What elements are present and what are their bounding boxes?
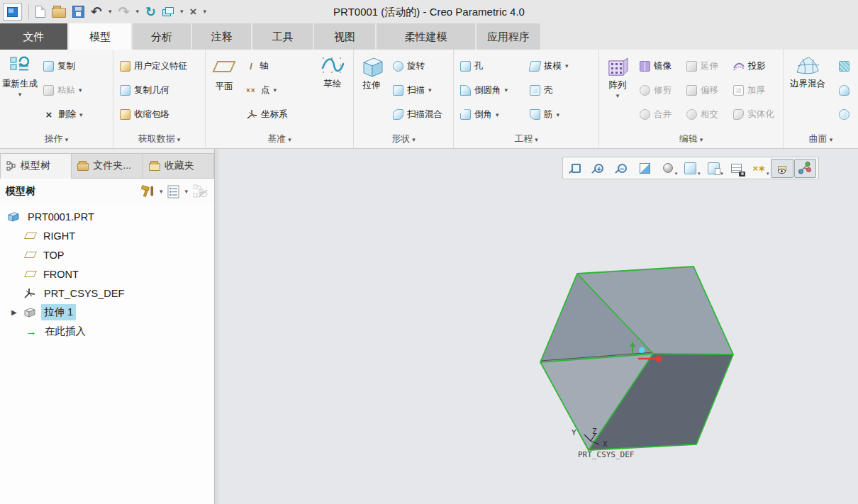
tree-filters-dropdown[interactable]: ▾ — [184, 188, 188, 195]
intersect-button[interactable]: 相交 — [684, 106, 728, 123]
paste-button[interactable]: 粘贴 ▾ — [41, 82, 85, 99]
merge-button[interactable]: 合并 — [637, 106, 681, 123]
redo-dropdown[interactable]: ▾ — [135, 9, 139, 15]
revolve-button[interactable]: 旋转 — [391, 57, 445, 74]
datum-plane-button[interactable]: 平面 — [206, 51, 243, 130]
display-style-button[interactable]: ▾ — [657, 159, 679, 178]
solidify-button[interactable]: 实体化 — [731, 106, 778, 123]
udf-button[interactable]: 用户定义特征 — [118, 57, 189, 74]
tab-applications[interactable]: 应用程序 — [477, 23, 540, 50]
capture-image-button[interactable] — [725, 159, 747, 178]
axis-z-label: Z — [592, 427, 597, 436]
group-label-engineering[interactable]: 工程▾ — [454, 130, 598, 148]
group-label-get-data[interactable]: 获取数据▾ — [113, 130, 205, 148]
fill-surface-icon[interactable] — [839, 61, 849, 72]
tree-item-insert-here[interactable]: → 在此插入 — [0, 322, 214, 341]
shrinkwrap-button[interactable]: 收缩包络 — [118, 106, 189, 123]
repaint-button[interactable] — [634, 159, 656, 178]
tab-folder-browser[interactable]: 文件夹... — [72, 153, 143, 179]
shell-button[interactable]: 壳 — [528, 82, 592, 99]
refit-button[interactable] — [565, 159, 587, 178]
freestyle-icon[interactable] — [839, 109, 849, 120]
tree-item-front[interactable]: FRONT — [0, 264, 214, 284]
tree-item-top[interactable]: TOP — [0, 245, 214, 264]
datum-display-button[interactable]: ×∗▾ — [748, 159, 770, 178]
tab-analysis[interactable]: 分析 — [133, 23, 191, 50]
tab-flexible-modeling[interactable]: 柔性建模 — [377, 23, 475, 50]
datum-axis-button[interactable]: / 轴 — [244, 57, 312, 74]
navigator-tabs: 模型树 文件夹... 收藏夹 — [0, 153, 214, 179]
undo-icon[interactable]: ↶ — [91, 5, 102, 18]
pattern-button[interactable]: 阵列 ▾ — [599, 51, 636, 130]
trim-button[interactable]: 修剪 — [637, 82, 681, 99]
tab-tools[interactable]: 工具 — [252, 23, 313, 50]
thicken-icon — [733, 85, 744, 96]
tree-item-extrude1[interactable]: ▶ 拉伸 1 — [0, 303, 214, 322]
datum-point-button[interactable]: ×× 点 ▾ — [244, 82, 312, 99]
group-label-editing[interactable]: 编辑▾ — [599, 130, 783, 148]
tree-tools-icon[interactable] — [140, 185, 155, 198]
zoom-in-button[interactable]: + — [588, 159, 610, 178]
datum-csys-button[interactable]: 坐标系 — [244, 106, 312, 123]
hole-button[interactable]: 孔 — [458, 57, 525, 74]
sweep-icon — [393, 85, 403, 96]
tab-favorites[interactable]: 收藏夹 — [143, 153, 214, 179]
tree-tools-dropdown[interactable]: ▾ — [160, 188, 163, 195]
new-file-icon[interactable] — [35, 6, 45, 18]
saved-orientations-button[interactable]: ▾ — [679, 159, 701, 178]
expander-icon[interactable]: ▶ — [11, 308, 18, 316]
redo-icon[interactable]: ↷ — [118, 5, 129, 18]
project-button[interactable]: 投影 — [731, 57, 778, 74]
sweep-button[interactable]: 扫描 ▾ — [391, 82, 445, 99]
regenerate-button[interactable]: 重新生成 ▾ — [0, 51, 40, 130]
tab-model-tree[interactable]: 模型树 — [0, 153, 72, 179]
delete-button[interactable]: × 删除 ▾ — [41, 106, 85, 123]
rib-button[interactable]: 筋 ▾ — [528, 106, 592, 123]
extrude-button[interactable]: 拉伸 — [354, 51, 389, 130]
chamfer-button[interactable]: 倒角 ▾ — [458, 106, 525, 123]
boundary-blend-button[interactable]: 边界混合 — [784, 51, 832, 130]
copy-geometry-button[interactable]: 复制几何 — [118, 82, 189, 99]
round-button[interactable]: 倒圆角 ▾ — [458, 82, 525, 99]
view-manager-button[interactable]: ▾ — [703, 159, 725, 178]
copy-button[interactable]: 复制 — [41, 57, 85, 74]
group-label-operations[interactable]: 操作▾ — [0, 130, 113, 148]
extend-button[interactable]: 延伸 — [684, 57, 728, 74]
mirror-button[interactable]: 镜像 — [637, 57, 681, 74]
tree-item-right[interactable]: RIGHT — [0, 226, 214, 245]
regenerate-dropdown[interactable]: ▾ — [18, 91, 22, 98]
graphics-area[interactable]: Y Z X PRT_CSYS_DEF + − ▾ ▾ ▾ ×∗▾ — [221, 149, 858, 504]
save-icon[interactable] — [72, 6, 84, 18]
sketch-button[interactable]: 草绘 — [313, 51, 352, 130]
style-surface-icon[interactable] — [839, 85, 849, 96]
tab-view[interactable]: 视图 — [314, 23, 375, 50]
offset-button[interactable]: 偏移 — [684, 82, 728, 99]
group-label-datum[interactable]: 基准▾ — [206, 130, 353, 148]
show-tree-icon — [193, 184, 208, 198]
open-file-icon[interactable] — [52, 8, 66, 18]
tree-item-part[interactable]: PRT0001.PRT — [0, 207, 214, 226]
datum-plane-icon — [24, 233, 37, 239]
spin-center-button[interactable] — [794, 159, 816, 178]
tab-model[interactable]: 模型 — [69, 23, 131, 50]
group-label-shapes[interactable]: 形状▾ — [354, 130, 453, 148]
panel-resize-sash[interactable] — [215, 149, 221, 504]
tree-item-csys[interactable]: PRT_CSYS_DEF — [0, 284, 214, 303]
model-extrude1[interactable] — [540, 267, 733, 450]
draft-button[interactable]: 拔模 ▾ — [528, 57, 592, 74]
annotation-display-button[interactable] — [771, 159, 793, 178]
pattern-dropdown[interactable]: ▾ — [616, 92, 620, 99]
group-label-surfaces[interactable]: 曲面▾ — [784, 130, 858, 148]
zoom-out-button[interactable]: − — [611, 159, 633, 178]
axis-y-label: Y — [572, 428, 576, 437]
window-menu-button[interactable] — [3, 3, 22, 21]
group-operations: 重新生成 ▾ 复制 粘贴 ▾ × 删除 — [0, 50, 113, 148]
regenerate-big-icon — [9, 55, 30, 77]
tab-file[interactable]: 文件 — [0, 23, 67, 50]
tree-filters-icon[interactable] — [167, 185, 179, 198]
swept-blend-button[interactable]: 扫描混合 — [391, 106, 445, 123]
thicken-button[interactable]: 加厚 — [731, 82, 778, 99]
tab-annotate[interactable]: 注释 — [192, 23, 251, 50]
undo-dropdown[interactable]: ▾ — [108, 9, 112, 15]
title-bar: ↶ ▾ ↷ ▾ ↻ ▾ × ▾ PRT0001 (活动的) - Creo Par… — [0, 0, 858, 23]
